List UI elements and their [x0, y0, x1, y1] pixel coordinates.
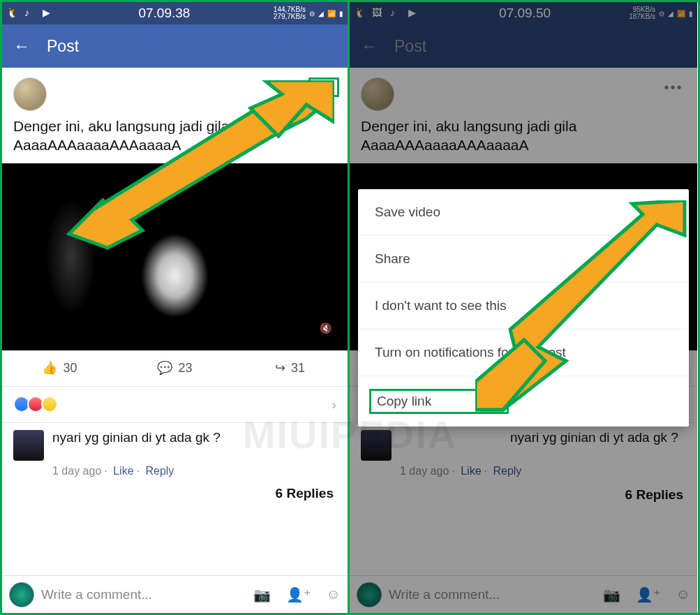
reactions-row[interactable]: › — [2, 387, 348, 423]
menu-dont-see[interactable]: I don't want to see this — [358, 283, 689, 329]
status-bar: 🐧 🖼 ♪ ▶ 07.09.50 95KB/s 187KB/s ⊖ ◢ 📶 ▮ — [350, 2, 697, 24]
camera-icon[interactable]: 📷 — [603, 586, 620, 603]
page-title: Post — [394, 37, 426, 56]
comment-row: nyari yg ginian di yt ada gk ? — [350, 423, 697, 461]
post-text: Denger ini, aku langsung jadi gila AaaaA… — [350, 117, 697, 163]
menu-notifications[interactable]: Turn on notifications for this post — [358, 329, 689, 376]
phone-right: 🐧 🖼 ♪ ▶ 07.09.50 95KB/s 187KB/s ⊖ ◢ 📶 ▮ … — [350, 2, 697, 613]
more-button[interactable]: ••• — [658, 77, 689, 97]
comment-composer: Write a comment... 📷 👤⁺ ☺ — [2, 575, 348, 613]
qq-icon: 🐧 — [354, 7, 366, 20]
avatar[interactable] — [13, 77, 47, 111]
post-text: Denger ini, aku langsung jadi gila AaaaA… — [2, 117, 348, 163]
chevron-right-icon: › — [332, 397, 336, 413]
replies-count[interactable]: 6 Replies — [533, 487, 697, 503]
action-bar: 👍30 💬23 ↪31 — [2, 350, 348, 387]
status-time: 07.09.38 — [55, 6, 274, 21]
comment-text: nyari yg ginian di yt ada gk ? — [52, 430, 336, 461]
emoji-icon[interactable]: ☺ — [676, 586, 690, 603]
video-player[interactable]: 🔇 — [2, 163, 348, 350]
post-header: ••• — [2, 68, 348, 117]
app-header: ← Post — [350, 24, 697, 68]
comment-avatar[interactable] — [361, 430, 392, 461]
page-title: Post — [47, 37, 79, 56]
add-person-icon[interactable]: 👤⁺ — [636, 586, 661, 603]
comment-like-link[interactable]: Like — [113, 465, 133, 477]
dnd-icon: ⊖ — [309, 10, 315, 17]
wifi-icon: ◢ — [318, 10, 324, 17]
qq-icon: 🐧 — [6, 7, 19, 20]
image-icon: 🖼 — [372, 7, 385, 20]
dnd-icon: ⊖ — [659, 10, 664, 17]
reaction-wow-icon — [41, 396, 58, 413]
app-header: ← Post — [2, 24, 348, 68]
menu-copy-link[interactable]: Copy link — [358, 376, 689, 427]
battery-icon: ▮ — [339, 10, 343, 17]
replies-count[interactable]: 6 Replies — [2, 477, 348, 504]
comment-input[interactable]: Write a comment... — [389, 587, 596, 602]
back-icon[interactable]: ← — [13, 36, 30, 56]
comment-composer: Write a comment... 📷 👤⁺ ☺ — [350, 575, 697, 613]
thumbs-up-icon: 👍 — [42, 360, 57, 376]
signal-icon: 📶 — [677, 10, 685, 17]
like-button[interactable]: 👍30 — [2, 350, 117, 386]
signal-icon: 📶 — [327, 10, 336, 17]
comment-meta: 1 day ago· Like· Reply — [2, 465, 348, 477]
status-time: 07.09.50 — [421, 6, 629, 21]
back-icon[interactable]: ← — [361, 36, 378, 56]
post-header: ••• — [350, 68, 697, 117]
status-bar: 🐧 ♪ ▶ 07.09.38 144,7KB/s 279,7KB/s ⊖ ◢ 📶… — [2, 2, 348, 24]
redacted-box — [400, 483, 533, 507]
avatar[interactable] — [361, 77, 394, 111]
options-menu: Save video Share I don't want to see thi… — [358, 189, 689, 427]
comment-input[interactable]: Write a comment... — [41, 587, 246, 602]
camera-icon[interactable]: 📷 — [253, 586, 271, 603]
emoji-icon[interactable]: ☺ — [327, 586, 341, 603]
comment-like-link[interactable]: Like — [461, 465, 481, 477]
add-person-icon[interactable]: 👤⁺ — [286, 586, 311, 603]
wifi-icon: ◢ — [668, 10, 673, 17]
redacted-user — [403, 80, 521, 108]
comment-button[interactable]: 💬23 — [117, 350, 232, 386]
play-icon: ▶ — [43, 7, 55, 20]
comment-reply-link[interactable]: Reply — [493, 465, 521, 477]
comment-reply-link[interactable]: Reply — [145, 465, 174, 477]
mute-icon[interactable]: 🔇 — [313, 316, 338, 341]
comment-meta: 1 day ago· Like· Reply — [350, 465, 697, 477]
my-avatar — [357, 582, 382, 607]
redacted-commenter — [400, 430, 505, 451]
phone-left: 🐧 ♪ ▶ 07.09.38 144,7KB/s 279,7KB/s ⊖ ◢ 📶… — [2, 2, 350, 613]
share-button[interactable]: ↪31 — [232, 350, 348, 386]
more-button[interactable]: ••• — [308, 77, 339, 97]
music-icon: ♪ — [390, 7, 403, 20]
comment-row: nyari yg ginian di yt ada gk ? — [2, 423, 348, 461]
menu-share[interactable]: Share — [358, 236, 689, 283]
comment-text: nyari yg ginian di yt ada gk ? — [510, 430, 678, 445]
comment-avatar[interactable] — [13, 430, 44, 461]
share-icon: ↪ — [275, 360, 285, 376]
my-avatar — [9, 582, 34, 607]
play-icon: ▶ — [408, 7, 421, 20]
battery-icon: ▮ — [689, 10, 693, 17]
menu-save-video[interactable]: Save video — [358, 189, 689, 236]
music-icon: ♪ — [24, 7, 37, 20]
comment-icon: 💬 — [157, 360, 172, 376]
